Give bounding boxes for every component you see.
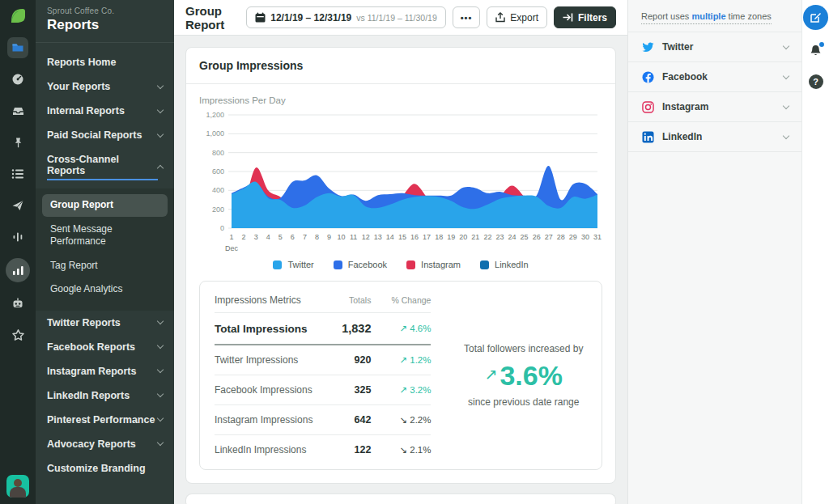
chevron-down-icon (783, 72, 789, 78)
report-content: Group Impressions Impressions Per Day 02… (174, 36, 627, 504)
star-icon[interactable] (7, 324, 28, 345)
more-options-button[interactable]: ••• (453, 6, 481, 28)
date-range-button[interactable]: 12/1/19 – 12/31/19 vs 11/1/19 – 11/30/19 (246, 6, 446, 28)
filters-icon (563, 13, 573, 22)
main-area: Group Report 12/1/19 – 12/31/19 vs 11/1/… (174, 0, 627, 504)
left-icon-rail (0, 0, 36, 504)
instagram-icon (641, 100, 654, 113)
facebook-swatch-icon (334, 260, 342, 269)
levels-icon[interactable] (7, 227, 28, 248)
sidebar-item-reports-home[interactable]: Reports Home (36, 50, 174, 74)
paper-plane-icon[interactable] (7, 195, 28, 216)
svg-text:1: 1 (229, 233, 233, 241)
twitter-swatch-icon (273, 260, 282, 269)
summary-value: ↗ 3.6% (485, 362, 563, 389)
filters-button[interactable]: Filters (554, 6, 616, 28)
sidebar-item-your-reports[interactable]: Your Reports (36, 74, 174, 99)
metrics-row-linkedin-impressions: LinkedIn Impressions122↘ 2.1% (215, 435, 431, 464)
chevron-down-icon (783, 132, 789, 138)
legend-item-facebook[interactable]: Facebook (334, 260, 387, 269)
account-row-instagram[interactable]: Instagram (628, 92, 801, 122)
sidebar-title: Reports (47, 17, 163, 33)
pin-icon[interactable] (7, 132, 28, 153)
chevron-down-icon (157, 342, 164, 349)
metrics-table: Impressions Metrics Totals % Change Tota… (200, 282, 445, 469)
change-down-value: ↘ 2.2% (371, 414, 431, 426)
account-row-facebook[interactable]: Facebook (628, 62, 801, 92)
sidebar-item-linkedin-reports[interactable]: LinkedIn Reports (36, 383, 174, 408)
export-button[interactable]: Export (487, 6, 547, 28)
multiple-timezones-link[interactable]: multiple (691, 11, 725, 21)
help-button[interactable]: ? (809, 74, 823, 89)
legend-item-linkedin[interactable]: LinkedIn (480, 260, 529, 269)
linkedin-swatch-icon (480, 260, 489, 269)
org-name: Sprout Coffee Co. (47, 6, 163, 15)
next-card-stub (185, 493, 616, 504)
svg-text:5: 5 (278, 233, 283, 241)
header-actions: 12/1/19 – 12/31/19 vs 11/1/19 – 11/30/19… (246, 6, 616, 28)
svg-text:28: 28 (557, 233, 565, 241)
sidebar-item-advocacy-reports[interactable]: Advocacy Reports (36, 432, 174, 456)
sidebar-subitem-google-analytics[interactable]: Google Analytics (42, 278, 168, 301)
sidebar-nav: Reports HomeYour ReportsInternal Reports… (36, 43, 174, 481)
sidebar-item-twitter-reports[interactable]: Twitter Reports (36, 311, 174, 335)
account-row-linkedin[interactable]: LinkedIn (628, 122, 801, 152)
sidebar-item-facebook-reports[interactable]: Facebook Reports (36, 335, 174, 359)
svg-text:800: 800 (212, 149, 224, 157)
chevron-down-icon (783, 42, 789, 49)
svg-text:23: 23 (495, 233, 504, 241)
user-avatar[interactable] (6, 475, 29, 498)
sidebar-header: Sprout Coffee Co. Reports (36, 0, 174, 43)
calendar-icon (255, 12, 266, 23)
list-icon[interactable] (7, 163, 28, 184)
svg-text:8: 8 (315, 233, 319, 241)
svg-text:200: 200 (212, 205, 224, 214)
metrics-row-facebook-impressions: Facebook Impressions325↗ 3.2% (215, 375, 431, 405)
gauge-icon[interactable] (7, 69, 28, 90)
compare-range-text: vs 11/1/19 – 11/30/19 (356, 13, 436, 23)
sidebar-item-customize-branding[interactable]: Customize Branding (36, 456, 174, 481)
svg-text:3: 3 (254, 233, 258, 241)
notification-badge (819, 42, 824, 47)
svg-text:12: 12 (362, 233, 370, 241)
sidebar-subitem-tag-report[interactable]: Tag Report (42, 255, 168, 277)
legend-item-twitter[interactable]: Twitter (273, 260, 313, 269)
svg-text:19: 19 (447, 233, 455, 241)
sidebar-item-internal-reports[interactable]: Internal Reports (36, 99, 174, 123)
sidebar-item-cross-channel-reports[interactable]: Cross-Channel Reports (36, 147, 174, 187)
svg-text:6: 6 (291, 233, 295, 241)
profiles-panel: Report uses multiple time zones TwitterF… (627, 0, 801, 504)
change-up-value: ↗ 1.2% (371, 354, 431, 366)
account-row-twitter[interactable]: Twitter (628, 32, 801, 62)
timezone-note: Report uses multiple time zones (628, 0, 801, 32)
svg-text:31: 31 (593, 233, 602, 241)
sidebar-item-paid-social-reports[interactable]: Paid Social Reports (36, 123, 174, 147)
notifications-button[interactable] (809, 44, 823, 61)
bar-chart-icon[interactable] (6, 258, 30, 282)
robot-icon[interactable] (7, 293, 28, 314)
chevron-down-icon (157, 318, 164, 324)
svg-text:15: 15 (398, 233, 406, 241)
svg-text:26: 26 (533, 233, 541, 241)
sidebar-subitem-group-report[interactable]: Group Report (42, 194, 168, 217)
chevron-down-icon (157, 439, 164, 446)
chevron-down-icon (157, 391, 164, 397)
legend-item-instagram[interactable]: Instagram (406, 260, 461, 269)
instagram-swatch-icon (406, 260, 415, 269)
compose-button[interactable] (803, 5, 828, 30)
trend-up-icon: ↗ (485, 366, 498, 382)
linkedin-icon (641, 130, 654, 143)
sprout-logo[interactable] (7, 6, 28, 27)
cross-channel-subsection: Group ReportSent Message PerformanceTag … (36, 188, 174, 311)
change-up-value: ↗ 4.6% (371, 323, 431, 334)
folder-icon[interactable] (7, 37, 28, 58)
metrics-row-total-impressions: Total Impressions1,832↗ 4.6% (215, 313, 431, 345)
sidebar-subitem-sent-message-performance[interactable]: Sent Message Performance (42, 218, 168, 253)
inbox-icon[interactable] (7, 100, 28, 121)
chevron-down-icon (157, 366, 164, 373)
sidebar-item-pinterest-performance[interactable]: Pinterest Performance (36, 408, 174, 432)
svg-text:0: 0 (220, 224, 224, 232)
sidebar-item-instagram-reports[interactable]: Instagram Reports (36, 359, 174, 383)
svg-text:27: 27 (545, 233, 553, 241)
change-up-value: ↗ 3.2% (371, 384, 431, 396)
